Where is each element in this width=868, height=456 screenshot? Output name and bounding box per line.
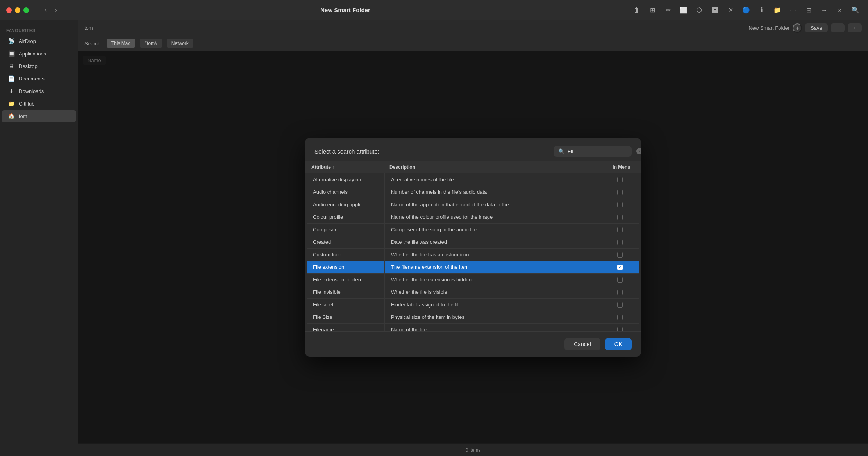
expand-icon[interactable]: » — [834, 4, 846, 16]
td-in-menu[interactable]: ✓ — [600, 261, 639, 273]
sidebar-item-airdrop[interactable]: 📡 AirDrop — [2, 35, 76, 47]
sidebar-label-github: GitHub — [19, 101, 34, 107]
info-icon[interactable]: ℹ — [755, 4, 768, 16]
traffic-lights — [6, 7, 29, 13]
folder-icon[interactable]: 📁 — [771, 4, 784, 16]
checkbox[interactable] — [617, 315, 623, 320]
table-row[interactable]: CreatedDate the file was created — [307, 236, 639, 249]
ok-button[interactable]: OK — [605, 338, 632, 350]
td-in-menu[interactable] — [600, 311, 639, 323]
checkbox[interactable]: ✓ — [617, 265, 623, 270]
sidebar-item-downloads[interactable]: ⬇ Downloads — [2, 85, 76, 97]
downloads-icon: ⬇ — [8, 88, 15, 95]
td-description: Name of the application that encoded the… — [385, 198, 600, 211]
modal-overlay: Select a search attribute: 🔍 × Attribute… — [78, 51, 868, 443]
github-icon: 📁 — [8, 100, 15, 107]
search-icon[interactable]: 🔍 — [849, 4, 862, 16]
table-row[interactable]: Custom IconWhether the file has a custom… — [307, 249, 639, 261]
more-icon[interactable]: ⋯ — [787, 4, 799, 16]
checkbox[interactable] — [617, 290, 623, 295]
td-attribute: Custom Icon — [307, 249, 385, 261]
modal-search-icon: 🔍 — [558, 148, 564, 154]
th-in-menu[interactable]: In Menu — [602, 161, 641, 173]
arrow-icon[interactable]: → — [818, 4, 830, 16]
table-row[interactable]: ComposerComposer of the song in the audi… — [307, 224, 639, 236]
main-layout: Favourites 📡 AirDrop 🔲 Applications 🖥 De… — [0, 20, 868, 456]
minimize-button[interactable] — [15, 7, 20, 13]
sidebar-item-applications[interactable]: 🔲 Applications — [2, 48, 76, 59]
td-in-menu[interactable] — [600, 211, 639, 223]
sidebar-section-favourites: Favourites — [0, 25, 78, 34]
checkbox[interactable] — [617, 215, 623, 220]
resize-plus-button[interactable]: + — [848, 23, 862, 32]
td-in-menu[interactable] — [600, 286, 639, 298]
x-icon[interactable]: ✕ — [724, 4, 737, 16]
td-in-menu[interactable] — [600, 173, 639, 186]
sidebar-item-desktop[interactable]: 🖥 Desktop — [2, 60, 76, 72]
table-row[interactable]: File SizePhysical size of the item in by… — [307, 311, 639, 324]
edit-icon[interactable]: ✏ — [662, 4, 674, 16]
table-row[interactable]: Alternative display na...Alternative nam… — [307, 173, 639, 186]
checkbox[interactable] — [617, 240, 623, 245]
p-icon[interactable]: 🅿 — [709, 4, 721, 16]
cancel-button[interactable]: Cancel — [564, 338, 600, 350]
attribute-table[interactable]: Alternative display na...Alternative nam… — [307, 173, 639, 331]
sidebar-item-tom[interactable]: 🏠 tom — [2, 110, 76, 122]
modal-title: Select a search attribute: — [314, 148, 379, 155]
save-button[interactable]: Save — [805, 23, 828, 32]
modal-search-box[interactable]: 🔍 × — [554, 146, 632, 157]
sidebar-item-github[interactable]: 📁 GitHub — [2, 98, 76, 109]
search-option-network[interactable]: Network — [167, 39, 193, 48]
td-in-menu[interactable] — [600, 198, 639, 211]
td-in-menu[interactable] — [600, 249, 639, 261]
circle-icon[interactable]: 🔵 — [740, 4, 752, 16]
table-row[interactable]: Colour profileName of the colour profile… — [307, 211, 639, 224]
checkbox[interactable] — [617, 202, 623, 207]
close-button[interactable] — [6, 7, 12, 13]
th-attribute[interactable]: Attribute ↑ — [305, 161, 383, 173]
checkbox[interactable] — [617, 190, 623, 195]
toolbar-icons: 🗑 ⊞ ✏ ⬜ ⬡ 🅿 ✕ 🔵 ℹ 📁 ⋯ ⊞ → » 🔍 — [630, 4, 862, 16]
td-description: Date the file was created — [385, 236, 600, 248]
table-row[interactable]: File labelFinder label assigned to the f… — [307, 299, 639, 311]
checkbox[interactable] — [617, 252, 623, 258]
th-description[interactable]: Description — [383, 161, 602, 173]
td-in-menu[interactable] — [600, 324, 639, 331]
checkbox[interactable] — [617, 227, 623, 232]
hex-icon[interactable]: ⬡ — [693, 4, 705, 16]
table-row[interactable]: FilenameName of the file — [307, 324, 639, 331]
grid-icon[interactable]: ⊞ — [646, 4, 659, 16]
search-option-this-mac[interactable]: This Mac — [107, 39, 135, 48]
back-button[interactable]: ‹ — [41, 4, 50, 16]
table-row[interactable]: File invisibleWhether the file is visibl… — [307, 286, 639, 299]
table-row[interactable]: Audio channelsNumber of channels in the … — [307, 186, 639, 198]
title-bar: ‹ › New Smart Folder 🗑 ⊞ ✏ ⬜ ⬡ 🅿 ✕ 🔵 ℹ 📁… — [0, 0, 868, 20]
square-icon[interactable]: ⬜ — [677, 4, 690, 16]
resize-minus-button[interactable]: − — [831, 23, 845, 32]
checkbox[interactable] — [617, 277, 623, 283]
modal-search-clear[interactable]: × — [636, 148, 641, 154]
td-attribute: File invisible — [307, 286, 385, 298]
trash-icon[interactable]: 🗑 — [630, 4, 643, 16]
forward-button[interactable]: › — [52, 4, 60, 16]
td-in-menu[interactable] — [600, 236, 639, 248]
td-in-menu[interactable] — [600, 299, 639, 311]
checkbox[interactable] — [617, 302, 623, 308]
sidebar-label-tom: tom — [19, 113, 27, 119]
td-in-menu[interactable] — [600, 274, 639, 286]
table-row[interactable]: Audio encoding appli...Name of the appli… — [307, 198, 639, 211]
sidebar-item-documents[interactable]: 📄 Documents — [2, 73, 76, 84]
new-smart-folder-label: New Smart Folder — [748, 25, 789, 31]
breadcrumb-tom: tom — [84, 25, 93, 31]
table-row[interactable]: File extension hiddenWhether the file ex… — [307, 274, 639, 286]
modal-search-input[interactable] — [568, 148, 633, 154]
table-row[interactable]: File extensionThe filename extension of … — [307, 261, 639, 274]
search-option-tom[interactable]: #tom# — [140, 39, 162, 48]
add-tab-button[interactable]: + — [793, 23, 802, 33]
checkbox[interactable] — [617, 177, 623, 182]
td-in-menu[interactable] — [600, 186, 639, 198]
grid2-icon[interactable]: ⊞ — [802, 4, 815, 16]
checkbox[interactable] — [617, 327, 623, 332]
maximize-button[interactable] — [23, 7, 29, 13]
td-in-menu[interactable] — [600, 224, 639, 236]
